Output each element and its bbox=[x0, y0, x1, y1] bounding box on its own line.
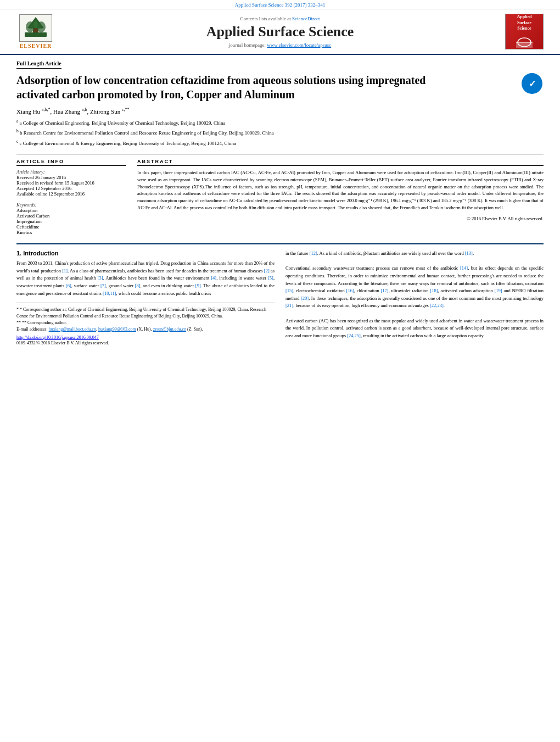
article-title: Adsorption of low concentration ceftazid… bbox=[16, 73, 467, 102]
ref-8: [8] bbox=[135, 283, 141, 288]
keyword-3: Impregnation bbox=[16, 219, 126, 224]
article-type-label: Full Length Article bbox=[16, 60, 61, 69]
keyword-4: Ceftazidime bbox=[16, 224, 126, 230]
ref-24-25: [24,25] bbox=[347, 333, 361, 338]
email-link-3[interactable]: zrsun@bjut.edu.cn bbox=[153, 327, 186, 332]
elsevier-logo-area: ELSEVIER bbox=[11, 14, 60, 49]
section1-col2-text: in the future [12]. As a kind of antibio… bbox=[285, 250, 544, 339]
email-link-2[interactable]: huxiang99@163.com bbox=[98, 327, 136, 332]
history-label: Article history: bbox=[16, 169, 126, 175]
ref-5: [5] bbox=[268, 275, 273, 281]
ref-1: [1] bbox=[62, 268, 68, 274]
journal-title: Applied Surface Science bbox=[71, 24, 489, 40]
ref-21: [21] bbox=[285, 303, 293, 308]
body-section: 1. Introduction From 2003 to 2011, China… bbox=[16, 243, 544, 347]
footnotes: * * Corresponding author at: College of … bbox=[16, 303, 275, 347]
abstract-title: ABSTRACT bbox=[137, 159, 544, 166]
revised-date: Received in revised form 15 August 2016 bbox=[16, 180, 126, 186]
email-link-1[interactable]: huxiang@mail.buct.edu.cn bbox=[49, 327, 96, 332]
available-date: Available online 12 September 2016 bbox=[16, 191, 126, 197]
journal-header: ELSEVIER Contents lists available at Sci… bbox=[0, 9, 560, 55]
accepted-date: Accepted 12 September 2016 bbox=[16, 186, 126, 191]
journal-reference: Applied Surface Science 392 (2017) 332–3… bbox=[235, 2, 326, 8]
ref-14: [14] bbox=[460, 265, 468, 271]
issn-line: 0169-4332/© 2016 Elsevier B.V. All right… bbox=[16, 340, 275, 347]
affiliations-list: a a College of Chemical Engineering, Bei… bbox=[16, 118, 544, 148]
journal-homepage: journal homepage: www.elsevier.com/locat… bbox=[71, 42, 489, 48]
elsevier-logo: ELSEVIER bbox=[19, 14, 52, 49]
body-col-left: 1. Introduction From 2003 to 2011, China… bbox=[16, 250, 275, 347]
footnote-emails: E-mail addresses: huxiang@mail.buct.edu.… bbox=[16, 326, 275, 333]
crossmark-icon: ✓ bbox=[522, 73, 542, 94]
keywords-section: Keywords: Adsorption Activated Carbon Im… bbox=[16, 202, 126, 235]
received-date: Received 26 January 2016 bbox=[16, 175, 126, 180]
page: Applied Surface Science 392 (2017) 332–3… bbox=[0, 0, 560, 742]
section1-col1-text: From 2003 to 2011, China's production of… bbox=[16, 260, 275, 297]
ref-20: [20] bbox=[301, 295, 309, 301]
applied-surface-science-logo: AppliedSurfaceScience bbox=[505, 14, 544, 49]
ref-13: [13] bbox=[465, 250, 473, 256]
elsevier-wordmark: ELSEVIER bbox=[20, 43, 52, 49]
content-available-text: Contents lists available at ScienceDirec… bbox=[71, 16, 489, 21]
ref-2: [2] bbox=[264, 268, 270, 274]
copyright-line: © 2016 Elsevier B.V. All rights reserved… bbox=[137, 216, 544, 221]
article-info-title: ARTICLE INFO bbox=[16, 159, 126, 166]
keyword-2: Activated Carbon bbox=[16, 213, 126, 219]
journal-logo-right: AppliedSurfaceScience bbox=[500, 14, 549, 49]
keyword-1: Adsorption bbox=[16, 208, 126, 213]
ref-17: [17] bbox=[381, 288, 389, 293]
svg-rect-0 bbox=[25, 32, 47, 37]
doi-link[interactable]: http://dx.doi.org/10.1016/j.apsusc.2016.… bbox=[16, 335, 99, 340]
abstract-panel: ABSTRACT In this paper, three impregnate… bbox=[137, 159, 544, 235]
homepage-link[interactable]: www.elsevier.com/locate/apsusc bbox=[267, 42, 331, 48]
svg-point-5 bbox=[37, 21, 46, 32]
footnote-star: * * Corresponding author at: College of … bbox=[16, 306, 275, 320]
ref-16: [16] bbox=[346, 288, 354, 293]
sciencedirect-link[interactable]: ScienceDirect bbox=[292, 16, 320, 21]
article-content: Full Length Article Adsorption of low co… bbox=[0, 55, 560, 352]
crossmark-badge-area: ✓ bbox=[522, 73, 544, 95]
ref-4: [4] bbox=[211, 275, 216, 281]
footnote-double-star: ** ** Corresponding author. bbox=[16, 320, 275, 326]
doi-line: http://dx.doi.org/10.1016/j.apsusc.2016.… bbox=[16, 335, 275, 340]
svg-point-4 bbox=[26, 21, 35, 32]
ref-3: [3] bbox=[98, 275, 103, 281]
article-info-panel: ARTICLE INFO Article history: Received 2… bbox=[16, 159, 126, 235]
ref-22-23: [22,23] bbox=[430, 303, 444, 308]
ref-6: [6] bbox=[66, 283, 71, 288]
keyword-5: Kinetics bbox=[16, 230, 126, 235]
ref-7: [7] bbox=[100, 283, 106, 288]
elsevier-tree-icon bbox=[19, 14, 52, 42]
body-col-right: in the future [12]. As a kind of antibio… bbox=[285, 250, 544, 347]
ref-18: [18] bbox=[430, 288, 438, 293]
keywords-label: Keywords: bbox=[16, 202, 126, 208]
ref-15: [15] bbox=[285, 288, 293, 293]
affiliation-a: a a College of Chemical Engineering, Bei… bbox=[16, 118, 544, 127]
abstract-body: In this paper, three impregnated activat… bbox=[137, 169, 544, 211]
ref-9: [9] bbox=[195, 283, 201, 288]
affiliation-b: b b Research Centre for Environmental Po… bbox=[16, 128, 544, 137]
authors-line: Xiang Hu a,b,*, Hua Zhang a,b, Zhirong S… bbox=[16, 107, 544, 115]
ref-12: [12] bbox=[310, 250, 317, 256]
affiliation-c: c c College of Environmental & Energy En… bbox=[16, 138, 544, 148]
journal-reference-bar: Applied Surface Science 392 (2017) 332–3… bbox=[0, 0, 560, 9]
section1-heading: 1. Introduction bbox=[16, 250, 275, 256]
ref-10-11: [10,11] bbox=[103, 291, 116, 296]
journal-header-center: Contents lists available at ScienceDirec… bbox=[60, 16, 500, 48]
ref-19: [19] bbox=[494, 288, 502, 293]
info-abstract-section: ARTICLE INFO Article history: Received 2… bbox=[16, 154, 544, 235]
